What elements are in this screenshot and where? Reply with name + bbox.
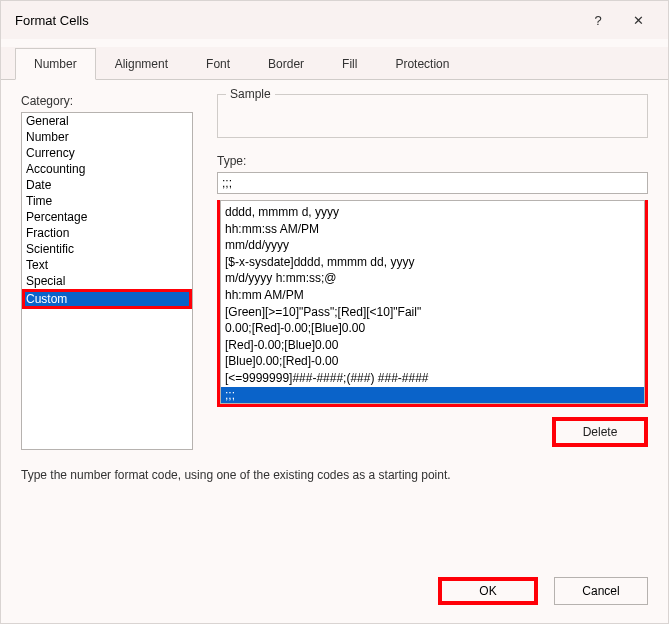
sample-box: Sample	[217, 94, 648, 138]
category-item-accounting[interactable]: Accounting	[22, 161, 192, 177]
type-item[interactable]: 0.00;[Red]-0.00;[Blue]0.00	[221, 320, 644, 337]
hint-text: Type the number format code, using one o…	[21, 468, 648, 482]
tab-font[interactable]: Font	[187, 48, 249, 80]
delete-button[interactable]: Delete	[552, 417, 648, 447]
tab-border[interactable]: Border	[249, 48, 323, 80]
type-item[interactable]: hh:mm AM/PM	[221, 287, 644, 304]
type-item[interactable]: dddd, mmmm d, yyyy	[221, 204, 644, 221]
type-label: Type:	[217, 154, 648, 168]
category-listbox[interactable]: General Number Currency Accounting Date …	[21, 112, 193, 450]
dialog-window: Format Cells ? ✕ Number Alignment Font B…	[0, 0, 669, 624]
dialog-button-row: OK Cancel	[21, 563, 648, 605]
dialog-body: Number Alignment Font Border Fill Protec…	[1, 39, 668, 623]
category-item-date[interactable]: Date	[22, 177, 192, 193]
type-item[interactable]: [$-x-sysdate]dddd, mmmm dd, yyyy	[221, 254, 644, 271]
category-item-number[interactable]: Number	[22, 129, 192, 145]
type-list-highlight: dddd, mmmm d, yyyy hh:mm:ss AM/PM mm/dd/…	[217, 200, 648, 407]
tab-row: Number Alignment Font Border Fill Protec…	[1, 47, 668, 80]
category-item-currency[interactable]: Currency	[22, 145, 192, 161]
category-item-time[interactable]: Time	[22, 193, 192, 209]
category-item-percentage[interactable]: Percentage	[22, 209, 192, 225]
ok-button[interactable]: OK	[438, 577, 538, 605]
titlebar: Format Cells ? ✕	[1, 1, 668, 39]
delete-row: Delete	[217, 417, 648, 447]
type-item[interactable]: m/d/yyyy h:mm:ss;@	[221, 270, 644, 287]
close-button[interactable]: ✕	[618, 5, 658, 35]
detail-column: Sample Type: dddd, mmmm d, yyyy hh:mm:ss…	[217, 94, 648, 450]
category-column: Category: General Number Currency Accoun…	[21, 94, 193, 450]
sample-label: Sample	[226, 87, 275, 101]
tab-content: Category: General Number Currency Accoun…	[1, 80, 668, 570]
type-item[interactable]: [<=9999999]###-####;(###) ###-####	[221, 370, 644, 387]
tab-protection[interactable]: Protection	[376, 48, 468, 80]
main-row: Category: General Number Currency Accoun…	[21, 94, 648, 450]
category-item-custom[interactable]: Custom	[22, 289, 192, 309]
help-button[interactable]: ?	[578, 5, 618, 35]
category-item-text[interactable]: Text	[22, 257, 192, 273]
tab-number[interactable]: Number	[15, 48, 96, 80]
cancel-button[interactable]: Cancel	[554, 577, 648, 605]
category-item-general[interactable]: General	[22, 113, 192, 129]
category-label: Category:	[21, 94, 193, 108]
type-item[interactable]: mm/dd/yyyy	[221, 237, 644, 254]
type-item[interactable]: [Red]-0.00;[Blue]0.00	[221, 337, 644, 354]
type-item-selected[interactable]: ;;;	[221, 387, 644, 404]
type-listbox[interactable]: dddd, mmmm d, yyyy hh:mm:ss AM/PM mm/dd/…	[220, 200, 645, 404]
dialog-title: Format Cells	[15, 13, 578, 28]
category-item-special[interactable]: Special	[22, 273, 192, 289]
tab-alignment[interactable]: Alignment	[96, 48, 187, 80]
category-item-fraction[interactable]: Fraction	[22, 225, 192, 241]
category-item-scientific[interactable]: Scientific	[22, 241, 192, 257]
type-item[interactable]: [Blue]0.00;[Red]-0.00	[221, 353, 644, 370]
type-input[interactable]	[217, 172, 648, 194]
tab-fill[interactable]: Fill	[323, 48, 376, 80]
type-item[interactable]: [Green][>=10]"Pass";[Red][<10]"Fail"	[221, 304, 644, 321]
type-item[interactable]: hh:mm:ss AM/PM	[221, 221, 644, 238]
